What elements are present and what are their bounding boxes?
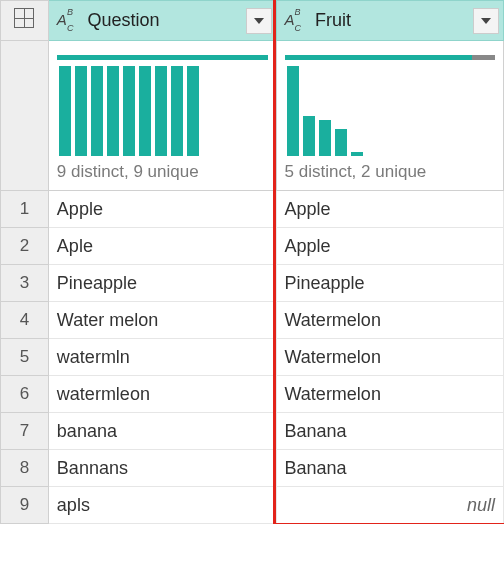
table-row[interactable]: 3PineapplePineapple	[1, 265, 504, 302]
row-index[interactable]: 9	[1, 487, 49, 524]
table-row[interactable]: 5watermlnWatermelon	[1, 339, 504, 376]
profile-gutter	[1, 41, 49, 191]
quality-bar	[285, 55, 495, 60]
cell-question[interactable]: Bannans	[48, 450, 276, 487]
column-filter-button[interactable]	[473, 8, 499, 34]
column-name: Fruit	[315, 10, 351, 31]
chevron-down-icon	[254, 18, 264, 24]
cell-fruit[interactable]: Apple	[276, 191, 503, 228]
profile-stats: 9 distinct, 9 unique	[57, 162, 268, 182]
table-row[interactable]: 1AppleApple	[1, 191, 504, 228]
cell-question[interactable]: watermln	[48, 339, 276, 376]
cell-fruit[interactable]: Banana	[276, 450, 503, 487]
cell-fruit[interactable]: Watermelon	[276, 339, 503, 376]
cell-fruit[interactable]: Pineapple	[276, 265, 503, 302]
row-index[interactable]: 3	[1, 265, 49, 302]
quality-bar	[57, 55, 268, 60]
table-icon	[14, 8, 34, 28]
column-profile-question[interactable]: 9 distinct, 9 unique	[48, 41, 276, 191]
table-row[interactable]: 4Water melonWatermelon	[1, 302, 504, 339]
row-index[interactable]: 1	[1, 191, 49, 228]
row-index[interactable]: 8	[1, 450, 49, 487]
text-type-icon: ABC	[57, 11, 80, 31]
column-header-fruit[interactable]: ABC Fruit	[276, 1, 503, 41]
table-row[interactable]: 2ApleApple	[1, 228, 504, 265]
row-index[interactable]: 4	[1, 302, 49, 339]
table-row[interactable]: 9aplsnull	[1, 487, 504, 524]
chevron-down-icon	[481, 18, 491, 24]
cell-fruit[interactable]: Banana	[276, 413, 503, 450]
text-type-icon: ABC	[285, 11, 308, 31]
column-profile-fruit[interactable]: 5 distinct, 2 unique	[276, 41, 503, 191]
row-index[interactable]: 5	[1, 339, 49, 376]
column-filter-button[interactable]	[246, 8, 272, 34]
cell-question[interactable]: Apple	[48, 191, 276, 228]
cell-fruit[interactable]: Watermelon	[276, 302, 503, 339]
column-name: Question	[87, 10, 159, 31]
cell-fruit[interactable]: Apple	[276, 228, 503, 265]
distribution-bars	[57, 66, 268, 156]
row-index[interactable]: 2	[1, 228, 49, 265]
profile-stats: 5 distinct, 2 unique	[285, 162, 495, 182]
table-row[interactable]: 7bananaBanana	[1, 413, 504, 450]
row-index[interactable]: 6	[1, 376, 49, 413]
cell-question[interactable]: Aple	[48, 228, 276, 265]
cell-question[interactable]: Pineapple	[48, 265, 276, 302]
cell-question[interactable]: Water melon	[48, 302, 276, 339]
cell-question[interactable]: apls	[48, 487, 276, 524]
column-header-question[interactable]: ABC Question	[48, 1, 276, 41]
data-grid: ABC Question ABC Fruit 9 distinct, 9 uni…	[0, 0, 504, 524]
select-all-corner[interactable]	[1, 1, 49, 41]
cell-question[interactable]: banana	[48, 413, 276, 450]
cell-question[interactable]: watermleon	[48, 376, 276, 413]
table-row[interactable]: 8BannansBanana	[1, 450, 504, 487]
cell-fruit[interactable]: Watermelon	[276, 376, 503, 413]
distribution-bars	[285, 66, 495, 156]
cell-fruit[interactable]: null	[276, 487, 503, 524]
table-row[interactable]: 6watermleonWatermelon	[1, 376, 504, 413]
row-index[interactable]: 7	[1, 413, 49, 450]
